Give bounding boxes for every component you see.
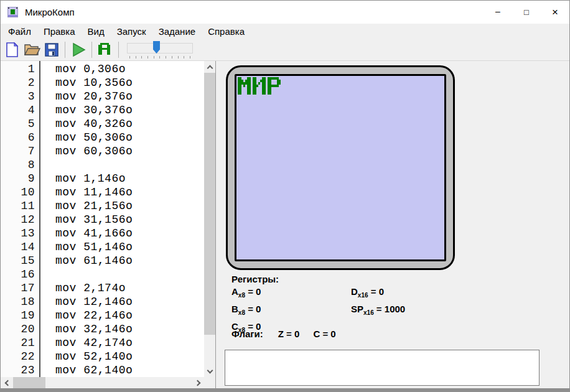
scroll-left-button[interactable]: [1, 377, 12, 388]
open-file-button[interactable]: [22, 40, 41, 59]
code-line[interactable]: mov 41,166o: [55, 226, 204, 240]
toolbar-separator: [91, 42, 92, 58]
run-button[interactable]: [69, 40, 88, 59]
line-number: 8: [1, 158, 39, 172]
flag-item: Z = 0: [278, 329, 300, 339]
code-line[interactable]: mov 62,140o: [55, 363, 204, 377]
app-icon-dot: [16, 7, 17, 9]
machine-panel: Регистры: Ax8 = 0Bx8 = 0Cx8 = 0 Dx16 = 0…: [216, 61, 569, 388]
code-line[interactable]: mov 21,156o: [55, 199, 204, 213]
flags-row: Флаги: Z = 0C = 0: [231, 329, 363, 339]
slider-tick: [147, 56, 148, 58]
menu-item-file[interactable]: Файл: [2, 25, 37, 38]
minimize-icon: –: [495, 6, 500, 16]
line-number: 5: [1, 117, 39, 131]
registers-title: Регистры:: [231, 274, 279, 284]
code-lines[interactable]: mov 0,306omov 10,356omov 20,376omov 30,3…: [40, 61, 204, 377]
code-line[interactable]: mov 61,146o: [55, 254, 204, 268]
code-line[interactable]: mov 30,376o: [55, 103, 204, 117]
line-number: 7: [1, 144, 39, 158]
line-number: 9: [1, 172, 39, 185]
code-line[interactable]: mov 31,156o: [55, 213, 204, 226]
speed-slider: [127, 39, 194, 60]
new-file-icon: [4, 42, 20, 58]
code-line[interactable]: [55, 268, 204, 281]
code-line[interactable]: mov 11,146o: [55, 185, 204, 199]
code-editor-panel: 1234567891011121314151617181920212223 mo…: [1, 61, 216, 388]
code-line[interactable]: mov 52,140o: [55, 350, 204, 363]
menu-item-run[interactable]: Запуск: [111, 25, 152, 38]
line-number: 1: [1, 62, 39, 76]
menu-item-help[interactable]: Справка: [202, 25, 251, 38]
scrollbar-corner: [204, 377, 215, 388]
chevron-down-icon: [207, 367, 213, 373]
code-line[interactable]: mov 51,146o: [55, 240, 204, 254]
menubar: Файл Правка Вид Запуск Задание Справка: [1, 24, 569, 39]
register-row: Ax8 = 0: [231, 285, 261, 302]
horizontal-scrollbar-thumb[interactable]: [13, 377, 45, 388]
line-number: 6: [1, 131, 39, 144]
vertical-scrollbar-thumb[interactable]: [204, 73, 215, 335]
code-line[interactable]: mov 32,146o: [55, 322, 204, 336]
line-number: 14: [1, 240, 39, 254]
app-icon-strip: [8, 15, 17, 17]
gutter-numbers: 1234567891011121314151617181920212223: [1, 61, 39, 377]
slider-track[interactable]: [127, 43, 193, 54]
scroll-down-button[interactable]: [204, 366, 215, 377]
scroll-up-button[interactable]: [204, 61, 215, 72]
horizontal-scrollbar[interactable]: [1, 377, 204, 388]
register-value: = 0: [368, 286, 384, 297]
code-line[interactable]: mov 40,326o: [55, 117, 204, 131]
output-textarea[interactable]: [225, 350, 540, 386]
line-number: 16: [1, 268, 39, 281]
register-subscript: x16: [358, 292, 368, 299]
line-number: 4: [1, 103, 39, 117]
save-icon: [44, 42, 60, 58]
code-line[interactable]: mov 22,146o: [55, 309, 204, 322]
code-line[interactable]: mov 1,146o: [55, 172, 204, 185]
close-button[interactable]: ×: [541, 1, 569, 24]
register-row: Dx16 = 0: [351, 285, 405, 302]
code-line[interactable]: mov 12,146o: [55, 295, 204, 309]
register-subscript: x8: [238, 292, 245, 299]
slider-tick: [129, 56, 130, 58]
code-line[interactable]: mov 20,376o: [55, 90, 204, 103]
menu-item-edit[interactable]: Правка: [37, 25, 82, 38]
code-line[interactable]: mov 60,306o: [55, 144, 204, 158]
minimize-button[interactable]: –: [484, 1, 512, 24]
app-icon: [7, 7, 18, 17]
vertical-scrollbar[interactable]: [204, 61, 215, 377]
register-row: SPx16 = 1000: [351, 302, 405, 320]
code-line[interactable]: mov 10,356o: [55, 76, 204, 90]
code-line[interactable]: mov 50,306o: [55, 131, 204, 144]
code-line[interactable]: [55, 158, 204, 172]
slider-tick: [141, 56, 142, 58]
flags-label: Флаги:: [231, 329, 263, 339]
flag-item: C = 0: [313, 329, 335, 339]
line-number: 10: [1, 185, 39, 199]
line-number: 11: [1, 199, 39, 213]
slider-tick: [166, 56, 166, 58]
titlebar: МикроКомп – □ ×: [1, 1, 569, 24]
open-folder-icon: [23, 42, 40, 58]
code-line[interactable]: mov 2,174o: [55, 281, 204, 295]
code-line[interactable]: mov 0,306o: [55, 62, 204, 76]
assemble-button[interactable]: [96, 40, 114, 59]
save-button[interactable]: [42, 40, 61, 59]
chevron-up-icon: [207, 65, 213, 71]
menu-item-view[interactable]: Вид: [82, 25, 111, 38]
line-number: 17: [1, 281, 39, 295]
maximize-button[interactable]: □: [512, 1, 541, 24]
new-file-button[interactable]: [2, 40, 21, 59]
slider-tick: [178, 56, 179, 58]
slider-tick: [190, 56, 190, 58]
close-icon: ×: [552, 6, 558, 19]
run-icon: [70, 42, 86, 58]
scroll-right-button[interactable]: [193, 377, 204, 388]
line-number: 22: [1, 350, 39, 363]
toolbar-separator: [65, 42, 65, 58]
code-line[interactable]: mov 42,174o: [55, 336, 204, 350]
line-number: 20: [1, 322, 39, 336]
chevron-right-icon: [194, 380, 200, 386]
menu-item-task[interactable]: Задание: [152, 25, 202, 38]
